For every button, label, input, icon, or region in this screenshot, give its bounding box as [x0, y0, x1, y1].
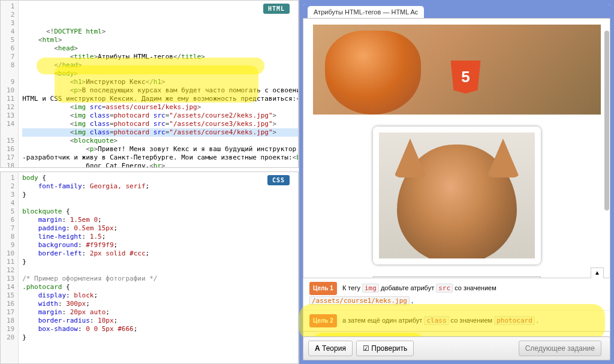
bottom-toolbar: A Теория ☑ Проверить Следующее задание: [303, 336, 610, 360]
theory-button[interactable]: A Теория: [308, 341, 353, 356]
goal-1: Цель 1 К тегу img добавьте атрибут src с…: [303, 278, 610, 311]
css-gutter: 1234567891011121314151617181920: [1, 172, 19, 363]
html-gutter: 12345678 91011121314 15161718192021: [1, 1, 19, 167]
html-lines[interactable]: <!DOCTYPE html> <html> <head> <title>Атр…: [19, 1, 298, 167]
css-lines[interactable]: body { font-family: Georgia, serif;}bloc…: [19, 172, 298, 363]
theory-icon: A: [315, 344, 320, 353]
preview-image-2: [373, 127, 541, 264]
scrollbar-thumb[interactable]: [604, 31, 609, 210]
collapse-goals-icon[interactable]: ▲: [591, 267, 604, 278]
goal-2-label: Цель 2: [309, 314, 337, 327]
goal-1-label: Цель 1: [309, 282, 337, 295]
browser-tabbar: Атрибуты HTML-тегов — HTML Ac: [303, 4, 610, 18]
goal-2: Цель 2 а затем ещё один атрибут class со…: [303, 311, 610, 331]
goals-panel: ▲ Цель 1 К тегу img добавьте атрибут src…: [303, 278, 610, 332]
css-editor[interactable]: CSS 1234567891011121314151617181920 body…: [0, 172, 299, 364]
browser-tab[interactable]: Атрибуты HTML-тегов — HTML Ac: [308, 6, 424, 18]
preview-image-1: 5: [313, 25, 601, 115]
check-icon: ☑: [363, 344, 369, 353]
html5-logo-icon: 5: [451, 61, 481, 94]
check-button[interactable]: ☑ Проверить: [356, 341, 414, 356]
html-editor[interactable]: HTML 12345678 91011121314 15161718192021…: [0, 0, 299, 168]
next-task-button[interactable]: Следующее задание: [519, 341, 601, 356]
